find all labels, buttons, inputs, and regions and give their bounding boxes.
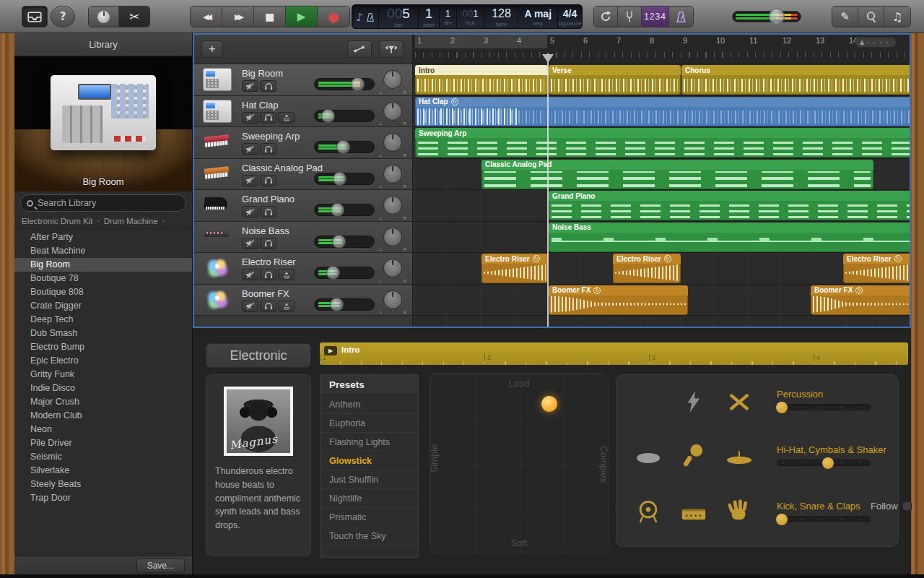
notepad-button[interactable]: ✎: [832, 7, 858, 27]
track-row-boomer-fx[interactable]: Boomer FX LR: [194, 285, 412, 316]
preset-item[interactable]: Just Shufflin: [321, 470, 418, 489]
lcd-bar[interactable]: 005 bar: [379, 5, 419, 28]
track-row-noise-bass[interactable]: Noise Bass LR: [194, 222, 412, 254]
track-row-classic-analog-pad[interactable]: Classic Analog Pad LR: [194, 159, 412, 191]
library-item[interactable]: Beat Machine: [14, 244, 192, 258]
lcd-key[interactable]: A maj key: [518, 5, 558, 28]
mute-button[interactable]: [242, 112, 258, 124]
pan-knob[interactable]: [383, 70, 402, 89]
kick-drum-icon[interactable]: [632, 495, 665, 528]
volume-thumb[interactable]: [336, 140, 350, 154]
track-volume-slider[interactable]: [314, 173, 375, 185]
solo-button[interactable]: [260, 175, 276, 186]
snare-drum-icon[interactable]: [677, 498, 710, 531]
electricity-icon[interactable]: [677, 385, 710, 418]
solo-button[interactable]: [260, 80, 276, 92]
library-item[interactable]: Deep Tech: [14, 313, 192, 327]
region-verse[interactable]: Verse: [549, 65, 681, 95]
slider-thumb[interactable]: [776, 402, 788, 413]
library-item[interactable]: Boutique 808: [14, 285, 192, 299]
lcd-signature[interactable]: 4/4 signature: [558, 5, 582, 28]
input-monitor-button[interactable]: [278, 269, 295, 280]
shaker-icon[interactable]: [632, 441, 665, 475]
timeline-ruler[interactable]: 123456789101112131415 ▲: [413, 35, 910, 64]
mute-button[interactable]: [242, 175, 258, 186]
mute-button[interactable]: [242, 301, 258, 312]
mute-button[interactable]: [242, 238, 258, 249]
track-volume-slider[interactable]: [314, 141, 375, 153]
volume-thumb[interactable]: [321, 109, 335, 123]
follow-control[interactable]: Follow: [871, 501, 912, 512]
help-button[interactable]: ?: [51, 6, 75, 27]
library-item[interactable]: Crate Digger: [14, 299, 192, 313]
metronome-button[interactable]: [669, 7, 693, 27]
region-electro-riser-3[interactable]: Electro Riser↻: [843, 254, 910, 283]
xy-pad[interactable]: Loud Soft Simple Complex: [430, 373, 609, 553]
cycle-button[interactable]: [594, 7, 618, 27]
breadcrumb-item[interactable]: Electronic Drum Kit: [22, 217, 92, 225]
library-item[interactable]: Trap Door: [14, 491, 192, 505]
pan-knob[interactable]: [383, 133, 402, 152]
region-sweeping-arp[interactable]: Sweeping Arp: [415, 128, 910, 158]
library-item[interactable]: Pile Driver: [14, 436, 192, 450]
library-item[interactable]: Epic Electro: [14, 354, 192, 368]
input-monitor-button[interactable]: [278, 112, 295, 124]
solo-button[interactable]: [260, 143, 276, 155]
loop-browser-button[interactable]: [858, 7, 884, 27]
kick-snare-slider[interactable]: [777, 516, 871, 522]
library-item[interactable]: Gritty Funk: [14, 368, 192, 381]
library-item[interactable]: Boutique 78: [14, 272, 192, 285]
library-item[interactable]: Big Room: [14, 258, 192, 272]
mute-button[interactable]: [242, 143, 258, 155]
mute-button[interactable]: [242, 206, 258, 217]
region-boomer-fx-2[interactable]: Boomer FX↻: [811, 285, 910, 315]
stop-button[interactable]: ■: [254, 7, 286, 27]
xy-pad-puck[interactable]: [541, 396, 557, 412]
track-row-hat-clap[interactable]: Hat Clap LR: [194, 96, 412, 128]
play-button[interactable]: ▶: [286, 7, 318, 27]
mute-button[interactable]: [242, 269, 258, 280]
add-track-button[interactable]: +: [201, 40, 223, 58]
editors-button[interactable]: ✂: [119, 7, 149, 27]
library-item[interactable]: Electro Bump: [14, 340, 192, 354]
pan-knob[interactable]: [383, 196, 402, 215]
pan-knob[interactable]: [383, 290, 402, 309]
input-monitor-button[interactable]: [278, 301, 295, 312]
sticks-icon[interactable]: [723, 385, 756, 418]
region-grand-piano[interactable]: Grand Piano: [549, 191, 910, 220]
volume-thumb[interactable]: [326, 266, 340, 280]
library-item[interactable]: Silverlake: [14, 464, 192, 478]
playhead[interactable]: [547, 53, 549, 327]
library-item[interactable]: Steely Beats: [14, 478, 192, 491]
preset-item[interactable]: Euphoria: [321, 414, 418, 433]
lcd-mode-icons[interactable]: ♪: [352, 5, 379, 28]
cymbal-icon[interactable]: [723, 441, 756, 475]
pan-knob[interactable]: [383, 102, 402, 121]
volume-thumb[interactable]: [330, 298, 344, 311]
slider-thumb[interactable]: [822, 457, 834, 469]
solo-button[interactable]: [260, 206, 276, 217]
region-electro-riser-2[interactable]: Electro Riser↻: [613, 254, 681, 283]
pan-knob[interactable]: [383, 228, 402, 246]
volume-thumb[interactable]: [769, 9, 785, 25]
automation-button[interactable]: [347, 40, 372, 58]
track-volume-slider[interactable]: [314, 78, 375, 90]
volume-thumb[interactable]: [332, 235, 346, 249]
preset-item[interactable]: Touch the Sky: [321, 527, 418, 545]
record-button[interactable]: ●: [318, 7, 349, 27]
region-electro-riser-1[interactable]: Electro Riser↻: [481, 254, 548, 283]
library-item[interactable]: Indie Disco: [14, 381, 192, 395]
pan-knob[interactable]: [383, 259, 402, 277]
solo-button[interactable]: [260, 269, 276, 280]
rewind-button[interactable]: ◀◀: [191, 7, 222, 27]
library-toggle-button[interactable]: [22, 6, 48, 27]
track-row-grand-piano[interactable]: Grand Piano LR: [194, 190, 412, 222]
library-item[interactable]: Dub Smash: [14, 327, 192, 340]
forward-button[interactable]: ▶▶: [222, 7, 254, 27]
playhead-handle[interactable]: [542, 54, 554, 63]
track-volume-slider[interactable]: [314, 236, 375, 248]
preset-item[interactable]: Nightlife: [321, 489, 418, 508]
library-item[interactable]: Seismic: [14, 450, 192, 464]
lcd-bpm[interactable]: 128 bpm: [485, 5, 519, 28]
follow-checkbox[interactable]: [902, 501, 912, 511]
